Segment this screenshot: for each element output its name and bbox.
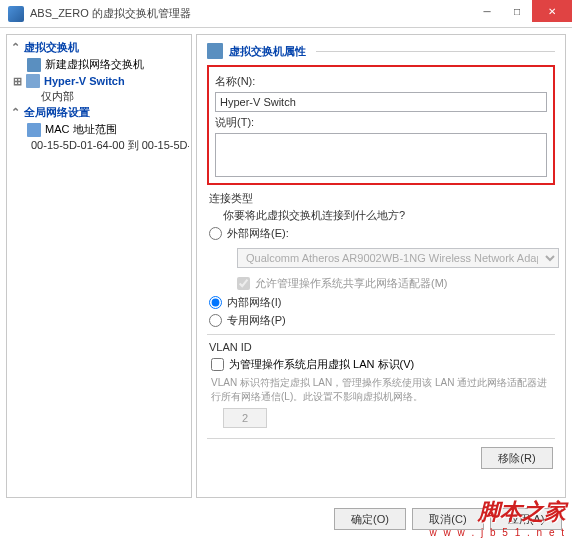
tree-section-global[interactable]: ⌃全局网络设置 <box>9 104 189 121</box>
cancel-button[interactable]: 取消(C) <box>412 508 484 530</box>
tree-section-virtual[interactable]: ⌃虚拟交换机 <box>9 39 189 56</box>
name-label: 名称(N): <box>215 74 547 89</box>
vlan-check-label: 为管理操作系统启用虚拟 LAN 标识(V) <box>229 357 414 372</box>
tree-item-hyperv[interactable]: ⊞Hyper-V Switch <box>9 73 189 89</box>
window-title: ABS_ZERO 的虚拟交换机管理器 <box>30 6 191 21</box>
switch-icon <box>27 58 41 72</box>
conn-type-header: 连接类型 <box>209 191 555 206</box>
tree-item-hyperv-type: 仅内部 <box>9 89 189 104</box>
radio-external[interactable] <box>209 227 222 240</box>
remove-button[interactable]: 移除(R) <box>481 447 553 469</box>
titlebar: ABS_ZERO 的虚拟交换机管理器 <box>0 0 572 28</box>
vlan-id-input <box>223 408 267 428</box>
maximize-button[interactable] <box>502 0 532 22</box>
adapter-select: Qualcomm Atheros AR9002WB-1NG Wireless N… <box>237 248 559 268</box>
desc-textarea[interactable] <box>215 133 547 177</box>
share-label: 允许管理操作系统共享此网络适配器(M) <box>255 276 448 291</box>
section-header: 虚拟交换机属性 <box>207 43 555 59</box>
close-button[interactable] <box>532 0 572 22</box>
name-input[interactable] <box>215 92 547 112</box>
tree-panel: ⌃虚拟交换机 新建虚拟网络交换机 ⊞Hyper-V Switch 仅内部 ⌃全局… <box>6 34 192 498</box>
tree-item-mac-range: 00-15-5D-01-64-00 到 00-15-5D-0... <box>9 138 189 153</box>
conn-question: 你要将此虚拟交换机连接到什么地方? <box>223 208 555 223</box>
app-icon <box>8 6 24 22</box>
radio-private[interactable] <box>209 314 222 327</box>
radio-internal-label: 内部网络(I) <box>227 295 281 310</box>
radio-external-label: 外部网络(E): <box>227 226 289 241</box>
radio-internal[interactable] <box>209 296 222 309</box>
minimize-button[interactable] <box>472 0 502 22</box>
share-checkbox <box>237 277 250 290</box>
vswitch-icon <box>26 74 40 88</box>
vlan-header: VLAN ID <box>209 341 555 353</box>
vlan-hint: VLAN 标识符指定虚拟 LAN，管理操作系统使用该 LAN 通过此网络适配器进… <box>211 376 555 404</box>
tree-item-mac[interactable]: MAC 地址范围 <box>9 121 189 138</box>
vlan-checkbox[interactable] <box>211 358 224 371</box>
properties-panel: 虚拟交换机属性 名称(N): 说明(T): 连接类型 你要将此虚拟交换机连接到什… <box>196 34 566 498</box>
apply-button[interactable]: 应用(A) <box>490 508 562 530</box>
dialog-buttons: 确定(O) 取消(C) 应用(A) <box>0 504 572 534</box>
vswitch-icon <box>207 43 223 59</box>
radio-private-label: 专用网络(P) <box>227 313 286 328</box>
expand-icon[interactable]: ⊞ <box>13 75 22 88</box>
highlight-box: 名称(N): 说明(T): <box>207 65 555 185</box>
ok-button[interactable]: 确定(O) <box>334 508 406 530</box>
collapse-icon[interactable]: ⌃ <box>11 106 20 119</box>
collapse-icon[interactable]: ⌃ <box>11 41 20 54</box>
desc-label: 说明(T): <box>215 115 547 130</box>
mac-icon <box>27 123 41 137</box>
tree-item-new-switch[interactable]: 新建虚拟网络交换机 <box>9 56 189 73</box>
